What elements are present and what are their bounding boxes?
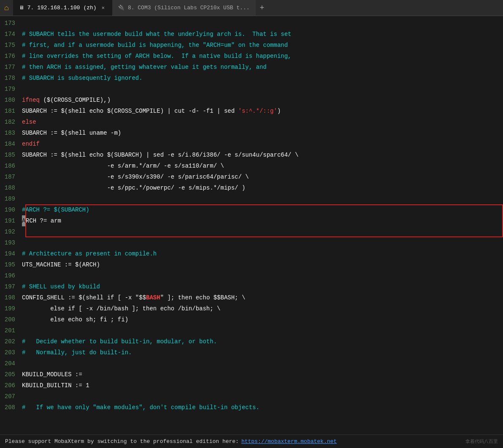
- line-179: 179: [0, 84, 503, 95]
- line-182: 182 else: [0, 117, 503, 128]
- line-191: 191 ARCH ?= arm: [0, 215, 503, 226]
- line-177: 177 # then ARCH is assigned, getting wha…: [0, 62, 503, 73]
- line-184: 184 endif: [0, 138, 503, 149]
- code-container: 173 174 # SUBARCH tells the usermode bui…: [0, 16, 503, 434]
- tab-1-icon: 🖥: [19, 5, 24, 11]
- line-207: 207: [0, 391, 503, 402]
- line-173: 173: [0, 18, 503, 29]
- line-175: 175 # first, and if a usermode build is …: [0, 40, 503, 51]
- line-208: 208 # If we have only "make modules", do…: [0, 402, 503, 413]
- line-180: 180 ifneq ($(CROSS_COMPILE),): [0, 95, 503, 106]
- line-174: 174 # SUBARCH tells the usermode build w…: [0, 29, 503, 40]
- line-193: 193: [0, 237, 503, 248]
- line-203: 203 # Normally, just do built-in.: [0, 347, 503, 358]
- line-199: 199 else if [ -x /bin/bash ]; then echo …: [0, 303, 503, 314]
- tab-2-label: 8. COM3 (Silicon Labs CP210x USB t...: [128, 5, 250, 11]
- tab-1-close[interactable]: ✕: [100, 4, 106, 12]
- line-202: 202 # Decide whether to build built-in, …: [0, 336, 503, 347]
- line-204: 204: [0, 358, 503, 369]
- line-192: 192: [0, 226, 503, 237]
- highlight-region: 190 #ARCH ?= $(SUBARCH) 191 ARCH ?= arm …: [0, 204, 503, 237]
- line-190: 190 #ARCH ?= $(SUBARCH): [0, 204, 503, 215]
- tab-2[interactable]: 🔌 8. COM3 (Silicon Labs CP210x USB t...: [112, 0, 256, 16]
- line-187: 187 -e s/s390x/s390/ -e s/parisc64/paris…: [0, 171, 503, 182]
- line-186: 186 -e s/arm.*/arm/ -e s/sa110/arm/ \: [0, 160, 503, 171]
- tab-1[interactable]: 🖥 7. 192.168.1.100 (zh) ✕: [13, 0, 112, 16]
- line-176: 176 # line overrides the setting of ARCH…: [0, 51, 503, 62]
- line-181: 181 SUBARCH := $(shell echo $(CROSS_COMP…: [0, 106, 503, 117]
- home-button[interactable]: ⌂: [0, 0, 13, 16]
- line-198: 198 CONFIG_SHELL := $(shell if [ -x "$$B…: [0, 292, 503, 303]
- home-icon: ⌂: [4, 4, 9, 12]
- line-189: 189: [0, 193, 503, 204]
- line-194: 194 # Architecture as present in compile…: [0, 248, 503, 259]
- status-link[interactable]: https://mobaxterm.mobatek.net: [241, 438, 337, 445]
- line-178: 178 # SUBARCH is subsequently ignored.: [0, 73, 503, 84]
- line-197: 197 # SHELL used by kbuild: [0, 281, 503, 292]
- tab-1-label: 7. 192.168.1.100 (zh): [27, 5, 97, 11]
- watermark: 拿着代码八百里: [465, 438, 498, 445]
- tab-2-icon: 🔌: [118, 5, 124, 11]
- line-195: 195 UTS_MACHINE := $(ARCH): [0, 259, 503, 270]
- code-content: 173 174 # SUBARCH tells the usermode bui…: [0, 16, 503, 415]
- line-205: 205 KBUILD_MODULES :=: [0, 369, 503, 380]
- line-201: 201: [0, 325, 503, 336]
- line-183: 183 SUBARCH := $(shell uname -m): [0, 128, 503, 138]
- line-188: 188 -e s/ppc.*/powerpc/ -e s/mips.*/mips…: [0, 182, 503, 193]
- line-200: 200 else echo sh; fi ; fi): [0, 314, 503, 325]
- status-text: Please support MobaXterm by switching to…: [5, 438, 239, 445]
- status-bar: Please support MobaXterm by switching to…: [0, 434, 503, 448]
- line-206: 206 KBUILD_BUILTIN := 1: [0, 380, 503, 391]
- tab-bar: ⌂ 🖥 7. 192.168.1.100 (zh) ✕ 🔌 8. COM3 (S…: [0, 0, 503, 16]
- line-196: 196: [0, 270, 503, 281]
- new-tab-button[interactable]: +: [256, 0, 269, 16]
- line-185: 185 SUBARCH := $(shell echo $(SUBARCH) |…: [0, 149, 503, 160]
